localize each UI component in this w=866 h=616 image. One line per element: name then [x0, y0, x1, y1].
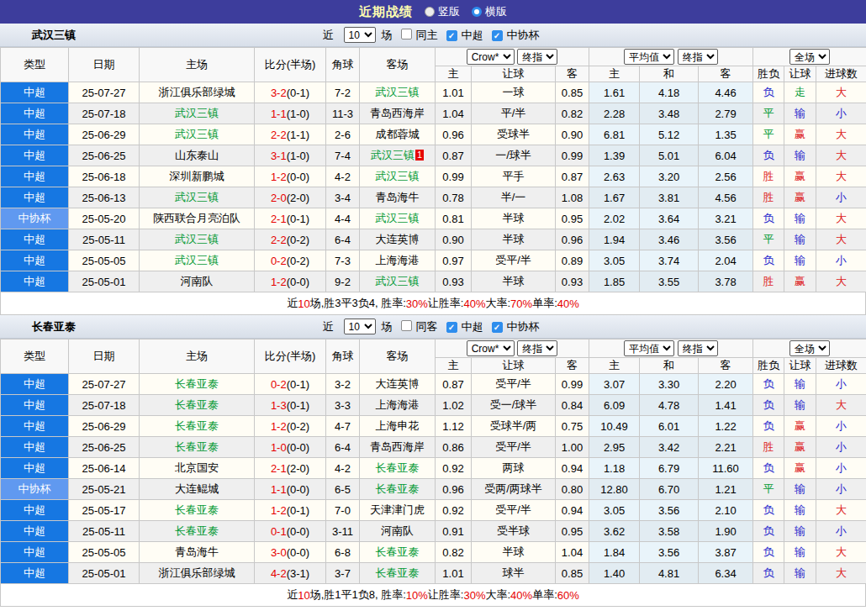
odds-stage-select[interactable]: 终指 [517, 340, 557, 356]
corner-cell: 7-2 [326, 82, 360, 103]
fulltime-score: 2-2 [271, 234, 287, 246]
asian-handicap-cell: 半球 [472, 229, 556, 250]
team-name-text: 上海海港 [376, 398, 420, 411]
asian-away-odds-cell: 1.00 [556, 437, 589, 458]
wdl-result-cell: 负 [753, 208, 784, 229]
euro-draw-odds-cell: 3.81 [640, 187, 699, 208]
score-cell: 1-1(0-0) [255, 479, 326, 500]
league-checkbox[interactable]: ✓ [446, 29, 457, 42]
corner-cell: 4-2 [326, 166, 360, 187]
corner-cell: 9-2 [326, 271, 360, 292]
odds-provider-select[interactable]: Crow* [467, 340, 515, 356]
asian-handicap-cell: 受平/半 [472, 500, 556, 521]
match-row: 中超25-05-01河南队1-2(0-0)9-2武汉三镇0.93半球0.931.… [1, 271, 866, 292]
euro-draw-odds-cell: 6.79 [640, 458, 699, 479]
near-count-select[interactable]: 10 [344, 319, 376, 334]
match-date-cell: 25-05-01 [69, 563, 140, 584]
cup-checkbox[interactable]: ✓ [492, 29, 503, 42]
team-name-text: 武汉三镇 [376, 212, 420, 224]
col-euro-away: 客 [699, 66, 753, 82]
opponent-team-cell: 天津津门虎 [360, 500, 436, 521]
halftime-score: (0-2) [287, 420, 309, 433]
cup-label: 中协杯 [507, 28, 540, 43]
match-row: 中超25-07-27长春亚泰0-2(0-1)3-2大连英博0.87受平/半0.9… [1, 374, 866, 395]
match-type-cell: 中超 [1, 271, 69, 292]
handicap-result-cell: 输 [784, 250, 816, 271]
euro-stage-select[interactable]: 终指 [678, 340, 718, 356]
checkbox-checked-icon: ✓ [492, 30, 503, 41]
scope-select[interactable]: 全场 [789, 49, 830, 65]
corner-cell: 6-4 [326, 437, 360, 458]
wdl-result-cell: 负 [753, 82, 784, 103]
col-corner: 角球 [326, 48, 360, 82]
team-name-text: 山东泰山 [175, 149, 219, 161]
match-type-cell: 中超 [1, 395, 69, 416]
team-name-text: 长春亚泰 [175, 377, 219, 390]
goals-result-cell: 大 [816, 124, 866, 145]
same-venue-checkbox[interactable] [401, 29, 412, 42]
euro-draw-odds-cell: 3.48 [640, 103, 699, 124]
summary-text-part: 大率: [485, 296, 510, 311]
opponent-team-cell: 陕西联合月亮泊队 [140, 208, 255, 229]
cup-checkbox[interactable]: ✓ [492, 320, 503, 334]
match-date-cell: 25-05-01 [69, 271, 140, 292]
goals-result-cell: 小 [816, 521, 866, 542]
goals-result-cell: 小 [816, 437, 866, 458]
euro-away-odds-cell: 2.56 [699, 166, 753, 187]
layout-horizontal-radio[interactable]: 横版 [472, 4, 507, 19]
asian-home-odds-cell: 0.92 [436, 458, 472, 479]
asian-home-odds-cell: 0.97 [436, 250, 472, 271]
euro-draw-odds-cell: 3.30 [640, 374, 699, 395]
halftime-score: (0-1) [287, 399, 309, 412]
euro-draw-odds-cell: 3.74 [640, 250, 699, 271]
fulltime-score: 3-0 [271, 546, 287, 559]
match-row: 中超25-07-27浙江俱乐部绿城3-2(0-1)7-2武汉三镇1.01一球0.… [1, 82, 866, 103]
summary-text-part: 10 [298, 297, 309, 310]
asian-home-odds-cell: 0.99 [436, 166, 472, 187]
euro-draw-odds-cell: 4.78 [640, 395, 699, 416]
scope-select[interactable]: 全场 [789, 340, 830, 356]
asian-away-odds-cell: 0.80 [556, 479, 589, 500]
team-name-text: 武汉三镇 [376, 275, 420, 287]
odds-stage-select[interactable]: 终指 [517, 49, 557, 65]
euro-home-odds-cell: 2.28 [589, 103, 640, 124]
match-type-cell: 中超 [1, 124, 69, 145]
corner-cell: 4-4 [326, 208, 360, 229]
euro-avg-select[interactable]: 平均值 [624, 49, 674, 65]
asian-home-odds-cell: 0.87 [436, 145, 472, 166]
opponent-team-cell: 浙江俱乐部绿城 [140, 563, 255, 584]
match-row: 中超25-06-29长春亚泰1-2(0-2)4-7上海申花1.12受球半/两0.… [1, 416, 866, 437]
match-row: 中超25-05-05武汉三镇0-2(0-2)7-3上海海港0.97受平/半0.8… [1, 250, 866, 271]
odds-provider-select[interactable]: Crow* [467, 49, 515, 65]
same-venue-checkbox[interactable] [401, 320, 412, 334]
match-row: 中超25-05-05青岛海牛3-0(0-0)6-8长春亚泰0.82半球1.041… [1, 542, 866, 563]
summary-text-part: 10% [406, 589, 428, 602]
halftime-score: (1-0) [287, 150, 309, 162]
match-date-cell: 25-06-13 [69, 187, 140, 208]
euro-stage-select[interactable]: 终指 [678, 49, 718, 65]
focus-team-cell: 武汉三镇 [360, 271, 436, 292]
euro-away-odds-cell: 2.04 [699, 250, 753, 271]
result-group: 全场 [753, 340, 866, 358]
layout-vertical-radio[interactable]: 竖版 [425, 4, 460, 19]
league-checkbox[interactable]: ✓ [446, 320, 457, 334]
asian-home-odds-cell: 0.86 [436, 437, 472, 458]
summary-text-part: 70% [510, 297, 532, 310]
asian-away-odds-cell: 0.96 [556, 229, 589, 250]
team-name-text: 上海海港 [376, 254, 420, 266]
score-cell: 1-3(0-1) [255, 395, 326, 416]
halftime-score: (0-1) [287, 378, 309, 391]
col-asian-home: 主 [436, 358, 472, 374]
focus-team-cell: 长春亚泰 [140, 500, 255, 521]
near-count-select[interactable]: 10 [344, 27, 376, 43]
euro-away-odds-cell: 3.78 [699, 271, 753, 292]
wdl-result-cell: 负 [753, 395, 784, 416]
euro-away-odds-cell: 6.34 [699, 563, 753, 584]
team-section-header: 长春亚泰 近 10 场 同客 ✓ 中超 ✓ 中协杯 [0, 315, 866, 339]
opponent-team-cell: 深圳新鹏城 [140, 166, 255, 187]
match-date-cell: 25-07-27 [69, 374, 140, 395]
col-euro-draw: 和 [640, 358, 699, 374]
euro-avg-select[interactable]: 平均值 [624, 340, 674, 356]
corner-cell: 3-11 [326, 521, 360, 542]
team-section: 长春亚泰 近 10 场 同客 ✓ 中超 ✓ 中协杯 类型 日期 主场 比分(半场… [0, 315, 866, 607]
